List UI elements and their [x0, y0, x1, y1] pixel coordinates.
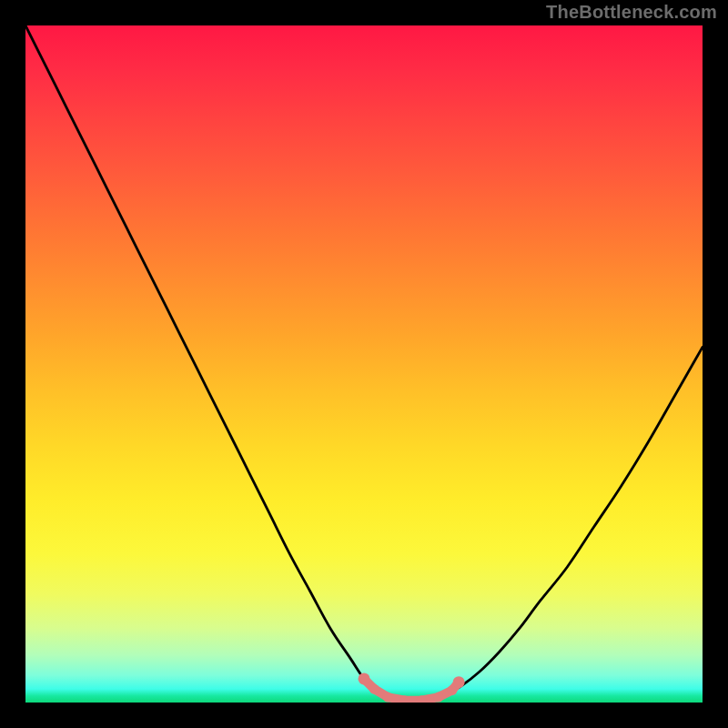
trough-marker	[433, 693, 443, 703]
trough-marker	[453, 676, 465, 688]
trough-marker	[369, 684, 379, 694]
trough-marker	[383, 693, 393, 703]
plot-area	[25, 25, 703, 703]
watermark-text: TheBottleneck.com	[546, 2, 717, 23]
bottleneck-curve	[25, 25, 703, 703]
chart-frame: TheBottleneck.com	[0, 0, 728, 728]
trough-marker	[359, 672, 370, 684]
trough-markers	[359, 672, 465, 703]
curve-path	[25, 25, 703, 701]
